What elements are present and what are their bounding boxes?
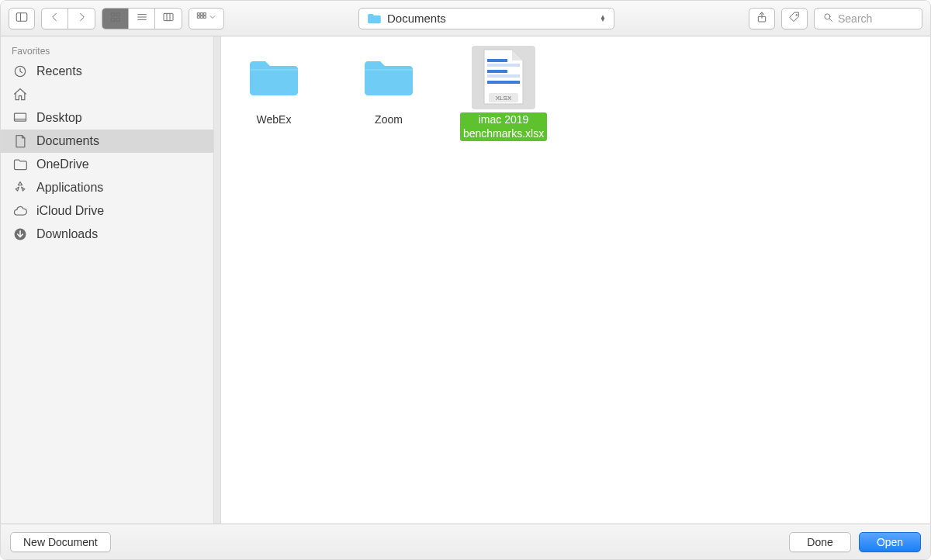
- path-label: Documents: [387, 12, 594, 25]
- back-button[interactable]: [42, 8, 68, 29]
- sidebar-item-label: OneDrive: [36, 157, 89, 171]
- columns-icon: [162, 11, 175, 26]
- onedrive-icon: [12, 157, 29, 172]
- desktop-icon: [12, 110, 29, 126]
- search-input[interactable]: [838, 12, 914, 25]
- file-grid[interactable]: WebExZoomimac 2019 benchmarks.xlsx: [221, 36, 930, 524]
- sidebar-toggle-button[interactable]: [9, 8, 35, 29]
- applications-icon: [12, 180, 29, 195]
- forward-button[interactable]: [68, 8, 95, 29]
- file-label: imac 2019 benchmarks.xlsx: [460, 112, 547, 141]
- downloads-icon: [12, 226, 29, 242]
- group-menu[interactable]: [189, 8, 224, 29]
- folder-icon: [367, 13, 381, 24]
- view-list-button[interactable]: [129, 8, 155, 29]
- view-icons-button[interactable]: [102, 8, 129, 29]
- file-item-zoom[interactable]: Zoom: [350, 46, 427, 141]
- open-dialog: Documents ▲▼ Favorites RecentsDesktopDoc…: [0, 0, 931, 560]
- file-thumb: [242, 46, 306, 109]
- footer: New Document Done Open: [1, 524, 930, 559]
- stepper-icon: ▲▼: [600, 16, 606, 22]
- sidebar-section-title: Favorites: [1, 44, 220, 60]
- sidebar-item-label: Applications: [36, 181, 103, 195]
- sidebar-item-desktop[interactable]: Desktop: [1, 106, 220, 130]
- sidebar-item-onedrive[interactable]: OneDrive: [1, 153, 220, 176]
- list-icon: [136, 11, 148, 26]
- sidebar-item-label: iCloud Drive: [36, 204, 104, 218]
- documents-icon: [12, 133, 29, 149]
- search-icon: [822, 12, 833, 25]
- file-item-imac-benchmarks[interactable]: imac 2019 benchmarks.xlsx: [465, 46, 542, 141]
- home-icon: [12, 87, 29, 102]
- recents-icon: [12, 64, 29, 79]
- icloud-drive-icon: [12, 203, 29, 219]
- file-thumb: [472, 46, 535, 109]
- toolbar: Documents ▲▼: [1, 1, 930, 36]
- tag-icon: [788, 11, 801, 26]
- view-mode-segment: [102, 8, 182, 29]
- chevron-right-icon: [75, 11, 88, 26]
- sidebar-item-label: Desktop: [36, 111, 82, 125]
- open-button[interactable]: Open: [859, 532, 921, 552]
- gallery-icon: [196, 11, 208, 26]
- body: Favorites RecentsDesktopDocumentsOneDriv…: [1, 36, 930, 524]
- sidebar-item-applications[interactable]: Applications: [1, 176, 220, 199]
- sidebar-item-label: Downloads: [36, 227, 98, 241]
- view-columns-button[interactable]: [155, 8, 182, 29]
- sidebar: Favorites RecentsDesktopDocumentsOneDriv…: [1, 36, 221, 524]
- sidebar-item-recents[interactable]: Recents: [1, 60, 220, 83]
- sidebar-item-documents[interactable]: Documents: [1, 130, 220, 153]
- done-button[interactable]: Done: [789, 532, 851, 552]
- grid-icon: [109, 11, 122, 26]
- file-label: Zoom: [372, 112, 406, 128]
- chevron-left-icon: [49, 11, 61, 26]
- tags-button[interactable]: [781, 8, 808, 29]
- sidebar-icon: [15, 10, 29, 26]
- file-label: WebEx: [254, 112, 295, 128]
- search-field[interactable]: [814, 8, 922, 29]
- share-button[interactable]: [749, 8, 775, 29]
- sidebar-item-label: Recents: [36, 64, 82, 78]
- share-icon: [756, 11, 768, 26]
- file-thumb: [357, 46, 421, 109]
- chevron-down-icon: [208, 12, 217, 24]
- file-item-webex[interactable]: WebEx: [235, 46, 313, 141]
- sidebar-item-downloads[interactable]: Downloads: [1, 223, 220, 246]
- sidebar-item-label: Documents: [36, 134, 99, 148]
- sidebar-item-icloud-drive[interactable]: iCloud Drive: [1, 199, 220, 223]
- path-picker[interactable]: Documents ▲▼: [358, 8, 614, 29]
- sidebar-item-home[interactable]: [1, 83, 220, 106]
- new-document-button[interactable]: New Document: [10, 532, 111, 552]
- nav-segment: [41, 8, 95, 29]
